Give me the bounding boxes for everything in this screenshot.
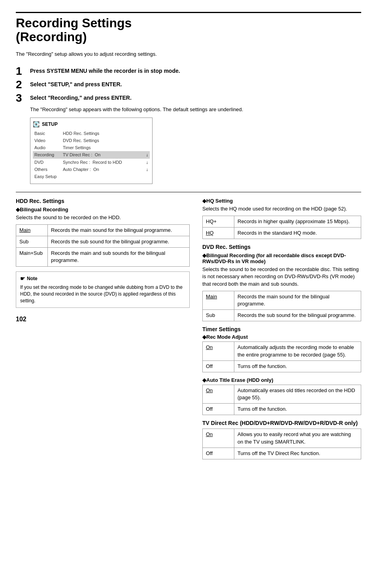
note-box: ☛ Note If you set the recording mode to … — [16, 271, 190, 308]
tv-direct-table: On Allows you to easily record what you … — [202, 429, 361, 459]
dvd-bilingual-heading: ◆Bilingual Recording (for all recordable… — [202, 252, 361, 264]
page-title: Recording Settings (Recording) — [16, 12, 361, 44]
auto-title-table: On Automatically erases old titles recor… — [202, 385, 361, 415]
rec-mode-heading: ◆Rec Mode Adjust — [202, 334, 361, 340]
table-row: Off Turns off the function. — [203, 360, 361, 372]
table-row: On Allows you to easily record what you … — [203, 429, 361, 448]
hq-desc: Selects the HQ mode used for recording o… — [202, 205, 361, 212]
timer-heading: Timer Settings — [202, 326, 361, 332]
steps-section: 1 Press SYSTEM MENU while the recorder i… — [16, 66, 361, 184]
step-3: 3 Select "Recording," and press ENTER. — [16, 93, 361, 104]
note-icon: ☛ — [20, 275, 25, 283]
hdd-settings-section: HDD Rec. Settings ◆Bilingual Recording S… — [16, 198, 190, 308]
left-column: HDD Rec. Settings ◆Bilingual Recording S… — [16, 198, 190, 464]
hdd-bilingual-desc: Selects the sound to be recorded on the … — [16, 214, 190, 221]
setup-row-others: Others Auto Chapter : On ↓ — [33, 166, 150, 173]
hq-heading: ◆HQ Setting — [202, 198, 361, 204]
setup-row-audio: Audio Timer Settings — [33, 144, 150, 151]
divider — [16, 192, 361, 192]
dvd-bilingual-desc: Selects the sound to be recorded on the … — [202, 266, 361, 288]
setup-icon: 💽 — [33, 121, 40, 127]
table-row: Main Records the main sound for the bili… — [16, 224, 190, 236]
step-2: 2 Select "SETUP," and press ENTER. — [16, 79, 361, 90]
dvd-bilingual-table: Main Records the main sound for the bili… — [202, 291, 361, 322]
hdd-bilingual-heading: ◆Bilingual Recording — [16, 207, 190, 212]
table-row: On Automatically erases old titles recor… — [203, 385, 361, 403]
setup-table: Basic HDD Rec. Settings Video DVD Rec. S… — [33, 130, 150, 180]
setup-row-recording: Recording TV Direct Rec : On ↓ — [33, 151, 150, 158]
setup-row-basic: Basic HDD Rec. Settings — [33, 130, 150, 137]
setup-row-video: Video DVD Rec. Settings — [33, 137, 150, 144]
dvd-section: DVD Rec. Settings ◆Bilingual Recording (… — [202, 244, 361, 321]
setup-header: 💽 SETUP — [33, 121, 150, 127]
right-column: ◆HQ Setting Selects the HQ mode used for… — [202, 198, 361, 464]
rec-mode-table: On Automatically adjusts the recording m… — [202, 341, 361, 372]
page-number: 102 — [16, 316, 190, 323]
table-row: Main+Sub Records the main and sub sounds… — [16, 248, 190, 266]
note-header: ☛ Note — [20, 275, 185, 283]
setup-row-easy: Easy Setup — [33, 173, 150, 180]
table-row: Sub Records the sub sound for the biling… — [203, 310, 361, 321]
setup-menu-box: 💽 SETUP Basic HDD Rec. Settings Video DV… — [30, 118, 153, 184]
table-row: Sub Records the sub sound for the biling… — [16, 236, 190, 248]
tv-direct-section: TV Direct Rec (HDD/DVD+RW/DVD-RW/DVD+R/D… — [202, 420, 361, 459]
main-content: HDD Rec. Settings ◆Bilingual Recording S… — [16, 198, 361, 464]
auto-title-heading: ◆Auto Title Erase (HDD only) — [202, 377, 361, 383]
table-row: Off Turns off the function. — [203, 404, 361, 415]
hq-section: ◆HQ Setting Selects the HQ mode used for… — [202, 198, 361, 239]
table-row: HQ+ Records in higher quality (approxima… — [203, 216, 361, 227]
tv-direct-heading: TV Direct Rec (HDD/DVD+RW/DVD-RW/DVD+R/D… — [202, 420, 361, 426]
hq-table: HQ+ Records in higher quality (approxima… — [202, 216, 361, 239]
intro-text: The "Recording" setup allows you to adju… — [16, 51, 361, 57]
table-row: HQ Records in the standard HQ mode. — [203, 228, 361, 239]
step-3-sub: The "Recording" setup appears with the f… — [30, 106, 361, 113]
table-row: Off Turns off the TV Direct Rec function… — [203, 448, 361, 459]
timer-section: Timer Settings ◆Rec Mode Adjust On Autom… — [202, 326, 361, 415]
dvd-section-heading: DVD Rec. Settings — [202, 244, 361, 250]
table-row: On Automatically adjusts the recording m… — [203, 342, 361, 360]
hdd-bilingual-table: Main Records the main sound for the bili… — [16, 224, 190, 267]
table-row: Main Records the main sound for the bili… — [203, 291, 361, 309]
hdd-section-heading: HDD Rec. Settings — [16, 198, 190, 204]
setup-row-dvd: DVD Synchro Rec : Record to HDD ↓ — [33, 159, 150, 166]
step-1: 1 Press SYSTEM MENU while the recorder i… — [16, 66, 361, 77]
